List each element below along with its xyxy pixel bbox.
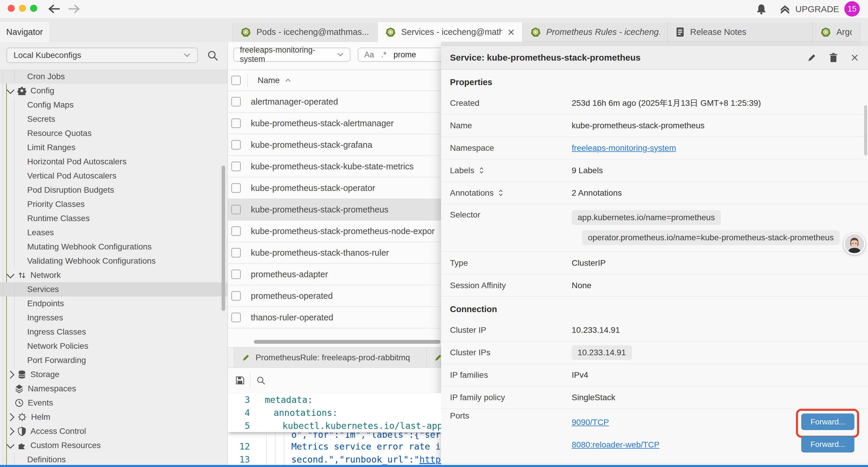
row-checkbox[interactable] xyxy=(231,162,241,171)
sidebar-item-runtime-classes[interactable]: Runtime Classes xyxy=(0,211,227,226)
sidebar-item-cron-jobs[interactable]: Cron Jobs xyxy=(0,69,227,84)
sidebar-item-events[interactable]: Events xyxy=(0,396,227,410)
row-checkbox[interactable] xyxy=(231,313,241,322)
navigator-tab-label: Navigator xyxy=(6,27,43,37)
avatar[interactable] xyxy=(843,233,865,255)
kubeconfig-selector[interactable]: Local Kubeconfigs xyxy=(6,48,198,63)
notifications-bell-icon[interactable] xyxy=(756,3,767,15)
close-window-button[interactable] xyxy=(8,5,15,12)
sidebar-item-secrets[interactable]: Secrets xyxy=(0,112,227,126)
tab-release-notes[interactable]: Release Notes xyxy=(668,22,813,42)
back-arrow-icon[interactable] xyxy=(47,4,61,14)
table-row[interactable]: kube-prometheus-stack-kube-state-metrics xyxy=(228,156,441,177)
namespace-link[interactable]: freeleaps-monitoring-system xyxy=(572,143,676,153)
sidebar-item-config-maps[interactable]: Config Maps xyxy=(0,98,227,112)
sidebar-item-ingresses[interactable]: Ingresses xyxy=(0,311,227,325)
detail-label: Ports xyxy=(450,411,572,420)
sidebar-item-mutating-webhook-configurations[interactable]: Mutating Webhook Configurations xyxy=(0,240,227,254)
sidebar-item-vertical-pod-autoscalers[interactable]: Vertical Pod Autoscalers xyxy=(0,169,227,183)
sidebar-item-horizontal-pod-autoscalers[interactable]: Horizontal Pod Autoscalers xyxy=(0,154,227,169)
tab-navigator[interactable]: Navigator xyxy=(0,22,49,42)
line-code: metadata: xyxy=(265,395,313,405)
sidebar-item-ingress-classes[interactable]: Ingress Classes xyxy=(0,325,227,339)
table-row[interactable]: kube-prometheus-stack-thanos-ruler xyxy=(228,242,441,264)
horizontal-scrollbar-thumb[interactable] xyxy=(254,340,440,344)
close-panel-icon[interactable] xyxy=(850,53,859,62)
table-row[interactable]: kube-prometheus-stack-prometheus-node-ex… xyxy=(228,221,441,242)
notification-count-badge[interactable]: 15 xyxy=(844,1,860,17)
service-name: kube-prometheus-stack-prometheus xyxy=(251,205,389,214)
close-tab-icon[interactable] xyxy=(507,29,515,36)
sidebar-item-label: Endpoints xyxy=(27,299,64,308)
sidebar-item-storage[interactable]: Storage xyxy=(0,368,227,382)
forward-button[interactable]: Forward... xyxy=(801,436,855,453)
row-checkbox[interactable] xyxy=(231,97,241,107)
sidebar-item-access-control[interactable]: Access Control xyxy=(0,424,227,438)
table-row[interactable]: kube-prometheus-stack-operator xyxy=(228,177,441,199)
row-checkbox[interactable] xyxy=(231,119,241,128)
zoom-window-button[interactable] xyxy=(30,5,37,12)
tab-services-icecheng-math[interactable]: Services - icecheng@math... xyxy=(378,22,523,42)
editor-search-icon[interactable] xyxy=(256,376,266,385)
search-value: prome xyxy=(394,50,416,59)
row-checkbox[interactable] xyxy=(231,291,241,300)
delete-trash-icon[interactable] xyxy=(829,53,838,63)
tab-argo-se[interactable]: Argo Se xyxy=(813,22,860,42)
row-checkbox[interactable] xyxy=(231,269,241,279)
sidebar-item-label: Network Policies xyxy=(27,341,88,351)
editor-tab-partial[interactable] xyxy=(427,348,441,368)
gear-icon xyxy=(18,86,26,95)
sidebar-scrollbar-thumb[interactable] xyxy=(222,166,225,311)
panel-scrollbar-thumb[interactable] xyxy=(864,105,867,155)
row-checkbox[interactable] xyxy=(231,205,241,214)
sidebar-item-resource-quotas[interactable]: Resource Quotas xyxy=(0,126,227,140)
shield-icon xyxy=(18,427,26,436)
sidebar-item-definitions[interactable]: Definitions xyxy=(0,453,227,465)
table-row[interactable]: kube-prometheus-stack-grafana xyxy=(228,134,441,156)
match-case-toggle[interactable]: Aa xyxy=(364,50,374,59)
tab-prometheus-rules-icecheng[interactable]: Prometheus Rules - icecheng... xyxy=(523,22,668,42)
save-icon[interactable] xyxy=(235,375,245,385)
chip-list: 10.233.14.91 xyxy=(572,345,632,360)
tab-pods-icecheng-mathmas[interactable]: Pods - icecheng@mathmas... xyxy=(232,22,378,42)
table-row[interactable]: alertmanager-operated xyxy=(228,91,441,113)
sidebar-search-icon[interactable] xyxy=(207,50,219,61)
table-row[interactable]: thanos-ruler-operated xyxy=(228,307,441,328)
runbook-url-link[interactable]: https://net xyxy=(419,454,441,465)
namespace-filter-dropdown[interactable]: freeleaps-monitoring-system xyxy=(234,48,350,62)
sidebar-item-validating-webhook-configurations[interactable]: Validating Webhook Configurations xyxy=(0,254,227,268)
table-row[interactable]: prometheus-operated xyxy=(228,285,441,307)
port-link[interactable]: 9090/TCP xyxy=(572,418,609,427)
edit-pencil-icon[interactable] xyxy=(807,53,816,63)
sidebar-item-leases[interactable]: Leases xyxy=(0,226,227,240)
editor-tab-prometheusrule[interactable]: PrometheusRule: freeleaps-prod-rabbitmq xyxy=(234,348,427,368)
sidebar-item-network-policies[interactable]: Network Policies xyxy=(0,339,227,353)
minimize-window-button[interactable] xyxy=(19,5,26,12)
row-checkbox[interactable] xyxy=(231,226,241,236)
name-column-header[interactable]: Name xyxy=(258,76,291,85)
port-link[interactable]: 8080:reloader-web/TCP xyxy=(572,440,659,449)
sidebar-item-network[interactable]: Network xyxy=(0,268,227,282)
sidebar-item-endpoints[interactable]: Endpoints xyxy=(0,296,227,311)
sidebar-item-pod-disruption-budgets[interactable]: Pod Disruption Budgets xyxy=(0,183,227,197)
table-row[interactable]: kube-prometheus-stack-prometheus xyxy=(228,199,441,221)
upgrade-button[interactable]: UPGRADE xyxy=(779,3,839,16)
sidebar-item-helm[interactable]: Helm xyxy=(0,410,227,424)
table-row[interactable]: kube-prometheus-stack-alertmanager xyxy=(228,113,441,134)
sidebar-item-custom-resources[interactable]: Custom Resources xyxy=(0,438,227,453)
sidebar-item-limit-ranges[interactable]: Limit Ranges xyxy=(0,140,227,154)
forward-button[interactable]: Forward... xyxy=(801,413,855,430)
sidebar-item-port-forwarding[interactable]: Port Forwarding xyxy=(0,353,227,368)
row-checkbox[interactable] xyxy=(231,248,241,258)
yaml-editor[interactable]: o","for":"1m","labels":{"service":"12Met… xyxy=(228,393,441,465)
row-checkbox[interactable] xyxy=(231,183,241,193)
sidebar-item-services[interactable]: Services xyxy=(0,282,227,296)
sidebar-item-priority-classes[interactable]: Priority Classes xyxy=(0,197,227,211)
sidebar-item-namespaces[interactable]: Namespaces xyxy=(0,382,227,396)
regex-toggle[interactable]: .* xyxy=(381,50,386,59)
sidebar-item-config[interactable]: Config xyxy=(0,84,227,98)
select-all-checkbox[interactable] xyxy=(231,76,241,85)
row-checkbox[interactable] xyxy=(231,140,241,150)
search-input[interactable]: Aa .* prome xyxy=(358,48,441,62)
table-row[interactable]: prometheus-adapter xyxy=(228,264,441,285)
